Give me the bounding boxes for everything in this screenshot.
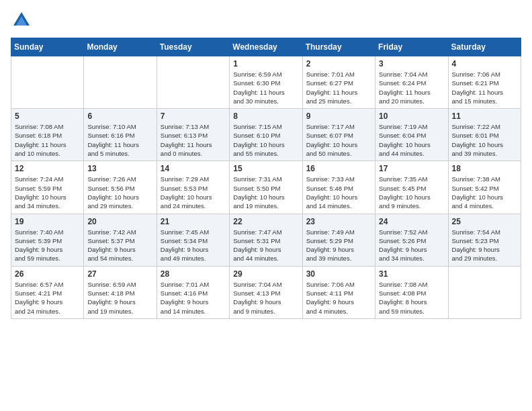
calendar-cell: 31Sunrise: 7:08 AM Sunset: 4:08 PM Dayli… [375, 266, 448, 318]
calendar-cell: 24Sunrise: 7:52 AM Sunset: 5:26 PM Dayli… [375, 214, 448, 266]
calendar-cell: 3Sunrise: 7:04 AM Sunset: 6:24 PM Daylig… [375, 56, 448, 109]
day-number: 19 [15, 217, 80, 226]
calendar-cell: 10Sunrise: 7:19 AM Sunset: 6:04 PM Dayli… [375, 109, 448, 161]
calendar-cell: 1Sunrise: 6:59 AM Sunset: 6:30 PM Daylig… [230, 56, 302, 109]
day-number: 28 [161, 269, 226, 279]
day-info: Sunrise: 7:54 AM Sunset: 5:23 PM Dayligh… [452, 228, 517, 263]
logo [11, 11, 31, 30]
day-info: Sunrise: 7:04 AM Sunset: 4:13 PM Dayligh… [233, 280, 298, 316]
calendar-cell: 5Sunrise: 7:08 AM Sunset: 6:18 PM Daylig… [11, 109, 84, 161]
calendar-cell: 20Sunrise: 7:42 AM Sunset: 5:37 PM Dayli… [84, 214, 157, 266]
day-number: 31 [379, 269, 444, 279]
day-info: Sunrise: 7:33 AM Sunset: 5:48 PM Dayligh… [306, 175, 371, 210]
day-info: Sunrise: 7:40 AM Sunset: 5:39 PM Dayligh… [15, 228, 80, 263]
calendar-cell: 18Sunrise: 7:38 AM Sunset: 5:42 PM Dayli… [448, 161, 521, 214]
day-info: Sunrise: 7:19 AM Sunset: 6:04 PM Dayligh… [379, 122, 444, 158]
day-info: Sunrise: 6:59 AM Sunset: 4:18 PM Dayligh… [87, 280, 152, 316]
calendar-cell: 21Sunrise: 7:45 AM Sunset: 5:34 PM Dayli… [157, 214, 229, 266]
day-number: 2 [306, 59, 371, 68]
day-number: 24 [379, 217, 444, 226]
day-number: 10 [379, 111, 444, 121]
day-info: Sunrise: 7:29 AM Sunset: 5:53 PM Dayligh… [161, 175, 226, 210]
calendar-cell: 12Sunrise: 7:24 AM Sunset: 5:59 PM Dayli… [11, 161, 84, 214]
calendar-cell: 16Sunrise: 7:33 AM Sunset: 5:48 PM Dayli… [302, 161, 375, 214]
weekday-header-wednesday: Wednesday [230, 38, 302, 56]
day-number: 23 [306, 217, 371, 226]
day-number: 9 [306, 111, 371, 121]
calendar-body: 1Sunrise: 6:59 AM Sunset: 6:30 PM Daylig… [11, 56, 521, 319]
day-info: Sunrise: 7:52 AM Sunset: 5:26 PM Dayligh… [379, 228, 444, 263]
day-number: 3 [379, 59, 444, 68]
calendar-cell: 15Sunrise: 7:31 AM Sunset: 5:50 PM Dayli… [230, 161, 302, 214]
calendar-cell: 26Sunrise: 6:57 AM Sunset: 4:21 PM Dayli… [11, 266, 84, 318]
day-number: 6 [87, 111, 152, 121]
day-info: Sunrise: 7:15 AM Sunset: 6:10 PM Dayligh… [233, 122, 298, 158]
calendar-cell: 7Sunrise: 7:13 AM Sunset: 6:13 PM Daylig… [157, 109, 229, 161]
calendar-week-row: 1Sunrise: 6:59 AM Sunset: 6:30 PM Daylig… [11, 56, 521, 109]
calendar-cell: 2Sunrise: 7:01 AM Sunset: 6:27 PM Daylig… [302, 56, 375, 109]
weekday-header-saturday: Saturday [448, 38, 521, 56]
calendar-table: SundayMondayTuesdayWednesdayThursdayFrid… [11, 38, 521, 319]
calendar-week-row: 19Sunrise: 7:40 AM Sunset: 5:39 PM Dayli… [11, 214, 521, 266]
day-info: Sunrise: 7:42 AM Sunset: 5:37 PM Dayligh… [87, 228, 152, 263]
day-info: Sunrise: 7:17 AM Sunset: 6:07 PM Dayligh… [306, 122, 371, 158]
day-number: 20 [87, 217, 152, 226]
day-info: Sunrise: 7:08 AM Sunset: 4:08 PM Dayligh… [379, 280, 444, 316]
day-info: Sunrise: 7:08 AM Sunset: 6:18 PM Dayligh… [15, 122, 80, 158]
calendar-cell: 6Sunrise: 7:10 AM Sunset: 6:16 PM Daylig… [84, 109, 157, 161]
weekday-header-tuesday: Tuesday [157, 38, 229, 56]
day-info: Sunrise: 7:31 AM Sunset: 5:50 PM Dayligh… [233, 175, 298, 210]
weekday-header-friday: Friday [375, 38, 448, 56]
day-number: 18 [452, 164, 517, 173]
page-header [11, 11, 521, 30]
day-number: 1 [233, 59, 298, 68]
day-info: Sunrise: 6:57 AM Sunset: 4:21 PM Dayligh… [15, 280, 80, 316]
day-number: 17 [379, 164, 444, 173]
day-info: Sunrise: 7:13 AM Sunset: 6:13 PM Dayligh… [161, 122, 226, 158]
day-number: 25 [452, 217, 517, 226]
calendar-cell: 8Sunrise: 7:15 AM Sunset: 6:10 PM Daylig… [230, 109, 302, 161]
calendar-cell: 27Sunrise: 6:59 AM Sunset: 4:18 PM Dayli… [84, 266, 157, 318]
calendar-cell: 23Sunrise: 7:49 AM Sunset: 5:29 PM Dayli… [302, 214, 375, 266]
day-info: Sunrise: 7:06 AM Sunset: 4:11 PM Dayligh… [306, 280, 371, 316]
calendar-cell: 11Sunrise: 7:22 AM Sunset: 6:01 PM Dayli… [448, 109, 521, 161]
day-info: Sunrise: 7:04 AM Sunset: 6:24 PM Dayligh… [379, 70, 444, 105]
weekday-header-monday: Monday [84, 38, 157, 56]
calendar-cell: 28Sunrise: 7:01 AM Sunset: 4:16 PM Dayli… [157, 266, 229, 318]
day-info: Sunrise: 7:45 AM Sunset: 5:34 PM Dayligh… [161, 228, 226, 263]
calendar-cell: 17Sunrise: 7:35 AM Sunset: 5:45 PM Dayli… [375, 161, 448, 214]
calendar-cell: 25Sunrise: 7:54 AM Sunset: 5:23 PM Dayli… [448, 214, 521, 266]
logo-icon [12, 11, 31, 30]
calendar-cell: 4Sunrise: 7:06 AM Sunset: 6:21 PM Daylig… [448, 56, 521, 109]
day-info: Sunrise: 7:01 AM Sunset: 6:27 PM Dayligh… [306, 70, 371, 105]
calendar-week-row: 5Sunrise: 7:08 AM Sunset: 6:18 PM Daylig… [11, 109, 521, 161]
calendar-cell: 13Sunrise: 7:26 AM Sunset: 5:56 PM Dayli… [84, 161, 157, 214]
weekday-header-sunday: Sunday [11, 38, 84, 56]
day-number: 7 [161, 111, 226, 121]
calendar-week-row: 26Sunrise: 6:57 AM Sunset: 4:21 PM Dayli… [11, 266, 521, 318]
weekday-header-row: SundayMondayTuesdayWednesdayThursdayFrid… [11, 38, 521, 56]
day-info: Sunrise: 7:24 AM Sunset: 5:59 PM Dayligh… [15, 175, 80, 210]
calendar-cell [157, 56, 229, 109]
day-number: 4 [452, 59, 517, 68]
calendar-cell: 14Sunrise: 7:29 AM Sunset: 5:53 PM Dayli… [157, 161, 229, 214]
day-info: Sunrise: 7:10 AM Sunset: 6:16 PM Dayligh… [87, 122, 152, 158]
day-number: 26 [15, 269, 80, 279]
day-info: Sunrise: 7:38 AM Sunset: 5:42 PM Dayligh… [452, 175, 517, 210]
calendar-week-row: 12Sunrise: 7:24 AM Sunset: 5:59 PM Dayli… [11, 161, 521, 214]
day-info: Sunrise: 7:01 AM Sunset: 4:16 PM Dayligh… [161, 280, 226, 316]
day-number: 5 [15, 111, 80, 121]
day-number: 14 [161, 164, 226, 173]
day-info: Sunrise: 6:59 AM Sunset: 6:30 PM Dayligh… [233, 70, 298, 105]
day-number: 13 [87, 164, 152, 173]
weekday-header-thursday: Thursday [302, 38, 375, 56]
day-number: 27 [87, 269, 152, 279]
day-info: Sunrise: 7:35 AM Sunset: 5:45 PM Dayligh… [379, 175, 444, 210]
calendar-header: SundayMondayTuesdayWednesdayThursdayFrid… [11, 38, 521, 56]
calendar-cell [11, 56, 84, 109]
calendar-cell: 19Sunrise: 7:40 AM Sunset: 5:39 PM Dayli… [11, 214, 84, 266]
day-number: 11 [452, 111, 517, 121]
calendar-cell: 9Sunrise: 7:17 AM Sunset: 6:07 PM Daylig… [302, 109, 375, 161]
day-info: Sunrise: 7:47 AM Sunset: 5:31 PM Dayligh… [233, 228, 298, 263]
day-number: 15 [233, 164, 298, 173]
